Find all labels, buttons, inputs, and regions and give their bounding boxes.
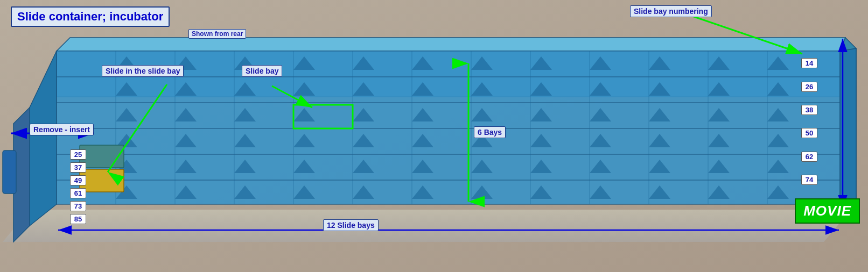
right-number-38: 38 <box>801 105 817 115</box>
right-number-14: 14 <box>801 58 817 68</box>
shown-from-rear-label: Shown from rear <box>188 29 246 39</box>
left-number-61: 61 <box>70 188 86 198</box>
movie-badge[interactable]: MOVIE <box>795 198 860 224</box>
right-number-74: 74 <box>801 175 817 185</box>
title-label: Slide container; incubator <box>11 6 170 27</box>
svg-rect-100 <box>80 169 124 192</box>
left-number-49: 49 <box>70 175 86 185</box>
right-number-62: 62 <box>801 152 817 162</box>
left-number-25: 25 <box>70 149 86 160</box>
svg-rect-98 <box>3 151 16 194</box>
left-number-73: 73 <box>70 201 86 211</box>
slide-in-bay-label: Slide in the slide bay <box>102 65 184 77</box>
six-bays-label: 6 Bays <box>474 126 506 138</box>
left-number-37: 37 <box>70 162 86 173</box>
bay-numbering-label: Slide bay numbering <box>630 5 712 17</box>
svg-marker-3 <box>57 38 845 51</box>
twelve-bays-label: 12 Slide bays <box>323 219 379 231</box>
right-number-50: 50 <box>801 128 817 138</box>
left-number-85: 85 <box>70 214 86 224</box>
remove-insert-label: Remove - insert <box>30 124 94 135</box>
slide-bay-label: Slide bay <box>242 65 282 77</box>
svg-rect-101 <box>80 145 124 168</box>
right-number-26: 26 <box>801 82 817 92</box>
svg-marker-1 <box>3 210 851 242</box>
